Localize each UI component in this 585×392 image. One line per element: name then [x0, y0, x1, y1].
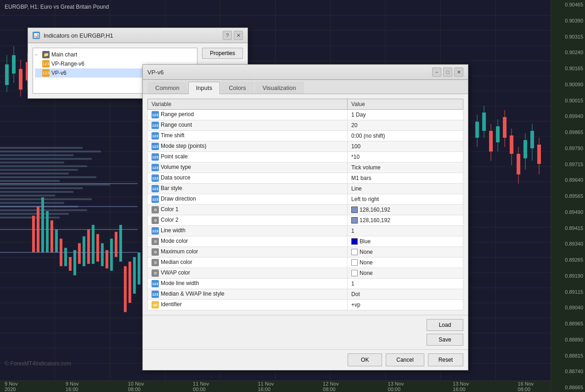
variable-label: Bar style: [161, 185, 182, 191]
prop-close-button[interactable]: ✕: [454, 67, 463, 77]
value-cell[interactable]: 20: [348, 120, 463, 131]
table-row[interactable]: 123Bar styleLine: [148, 184, 463, 194]
tab-inputs[interactable]: Inputs: [188, 82, 220, 94]
row-icon-num: 123: [152, 122, 159, 129]
time-6: 13 Nov 00:00: [388, 381, 416, 392]
table-row[interactable]: aBIdentifier+vp: [148, 300, 463, 310]
table-row[interactable]: ⚙Median colorNone: [148, 258, 463, 268]
row-icon-num: 123: [152, 164, 159, 171]
value-cell[interactable]: 128,160,192: [348, 215, 463, 226]
value-cell[interactable]: 100: [348, 141, 463, 152]
table-row[interactable]: 123Line width1: [148, 226, 463, 236]
reset-button[interactable]: Reset: [428, 353, 463, 366]
value-cell[interactable]: 0:00 (no shift): [348, 131, 463, 141]
tree-node-main-chart[interactable]: − 📁 Main chart: [35, 50, 195, 59]
table-row[interactable]: ⚙Maximum colorNone: [148, 247, 463, 258]
value-cell[interactable]: 128,160,192: [348, 205, 463, 215]
variable-label: Range count: [161, 122, 192, 128]
tab-colors[interactable]: Colors: [221, 82, 254, 94]
table-row[interactable]: 123Range count20: [148, 120, 463, 131]
svg-rect-66: [0, 165, 87, 167]
variable-cell: ⚙Mode color: [148, 236, 348, 247]
table-row[interactable]: ⚙Color 2128,160,192: [148, 215, 463, 226]
value-cell[interactable]: M1 bars: [348, 173, 463, 184]
value-cell[interactable]: 1 Day: [348, 110, 463, 120]
value-cell[interactable]: +vp: [348, 300, 463, 310]
vp-label: VP-v6: [51, 70, 67, 76]
tab-visualization[interactable]: Visualization: [255, 82, 304, 94]
svg-rect-104: [138, 252, 141, 285]
variable-label: Identifier: [161, 301, 182, 308]
price-23: 0.88740: [553, 369, 583, 374]
ok-button[interactable]: OK: [348, 353, 382, 366]
price-4: 0.90165: [553, 66, 583, 71]
variable-label: Line width: [161, 227, 186, 234]
color-value: 128,160,192: [360, 217, 390, 224]
properties-button[interactable]: Properties: [202, 48, 243, 59]
table-row[interactable]: 123Point scale*10: [148, 152, 463, 162]
svg-rect-67: [0, 169, 78, 171]
svg-rect-36: [12, 55, 16, 73]
table-row[interactable]: ⚙Mode colorBlue: [148, 236, 463, 247]
load-button[interactable]: Load: [427, 319, 463, 331]
variable-cell: 123Mode line width: [148, 279, 348, 289]
indicators-icon: 📊: [33, 32, 40, 39]
value-cell[interactable]: *10: [348, 152, 463, 162]
value-cell[interactable]: None: [348, 258, 463, 268]
svg-rect-56: [523, 140, 527, 158]
row-icon-num: 123: [152, 185, 159, 192]
row-icon-num: 123: [152, 111, 159, 118]
value-cell[interactable]: Dot: [348, 289, 463, 300]
svg-rect-76: [0, 202, 64, 204]
indicators-close-button[interactable]: ✕: [234, 31, 243, 40]
table-row[interactable]: 123Volume typeTick volume: [148, 162, 463, 173]
col-value: Value: [348, 99, 463, 110]
value-cell[interactable]: 1: [348, 226, 463, 236]
price-13: 0.89490: [553, 209, 583, 215]
table-row[interactable]: ⚙VWAP colorNone: [148, 268, 463, 279]
value-cell[interactable]: None: [348, 247, 463, 258]
svg-rect-103: [133, 257, 136, 294]
titlebar-controls: ? ✕: [223, 31, 243, 40]
svg-rect-79: [0, 213, 69, 215]
variable-cell: 123Range count: [148, 120, 348, 131]
variable-label: Maximum color: [161, 248, 198, 255]
row-icon-num: 123: [152, 174, 159, 182]
price-24: 0.88665: [553, 385, 583, 390]
indicators-help-button[interactable]: ?: [223, 31, 232, 40]
table-row[interactable]: 123Data sourceM1 bars: [148, 173, 463, 184]
tab-common[interactable]: Common: [147, 82, 187, 94]
indicators-titlebar[interactable]: 📊 Indicators on EURGBP,H1 ? ✕: [28, 28, 248, 43]
prop-maximize-button[interactable]: □: [443, 67, 452, 77]
prop-minimize-button[interactable]: −: [432, 67, 441, 77]
save-button[interactable]: Save: [427, 334, 463, 346]
value-cell[interactable]: 1: [348, 279, 463, 289]
table-row[interactable]: 123Draw directionLeft to right: [148, 194, 463, 205]
color-value: None: [360, 270, 373, 276]
svg-rect-92: [83, 236, 85, 266]
table-row[interactable]: 123Median & VWAP line styleDot: [148, 289, 463, 300]
table-row[interactable]: 123Time shift0:00 (no shift): [148, 131, 463, 141]
value-cell[interactable]: Left to right: [348, 194, 463, 205]
row-icon-color: ⚙: [152, 248, 159, 256]
row-icon-color: ⚙: [152, 269, 159, 277]
variable-label: Data source: [161, 174, 191, 181]
svg-rect-96: [101, 243, 104, 266]
price-8: 0.89865: [553, 129, 583, 135]
table-row[interactable]: 123Range period1 Day: [148, 110, 463, 120]
value-cell[interactable]: None: [348, 268, 463, 279]
cancel-button[interactable]: Cancel: [386, 353, 424, 366]
table-row[interactable]: 123Mode line width1: [148, 279, 463, 289]
value-cell[interactable]: Line: [348, 184, 463, 194]
svg-rect-52: [510, 135, 513, 154]
row-icon-color: ⚙: [152, 259, 159, 266]
row-icon-color: ⚙: [152, 217, 159, 224]
table-row[interactable]: 123Mode step (points)100: [148, 141, 463, 152]
table-row[interactable]: ⚙Color 1128,160,192: [148, 205, 463, 215]
value-cell[interactable]: Tick volume: [348, 162, 463, 173]
value-cell[interactable]: Blue: [348, 236, 463, 247]
color-value: Blue: [360, 238, 371, 245]
row-icon-num: 123: [152, 227, 159, 235]
indicators-title: Indicators on EURGBP,H1: [44, 32, 113, 39]
properties-titlebar[interactable]: VP-v6 − □ ✕: [143, 65, 468, 80]
